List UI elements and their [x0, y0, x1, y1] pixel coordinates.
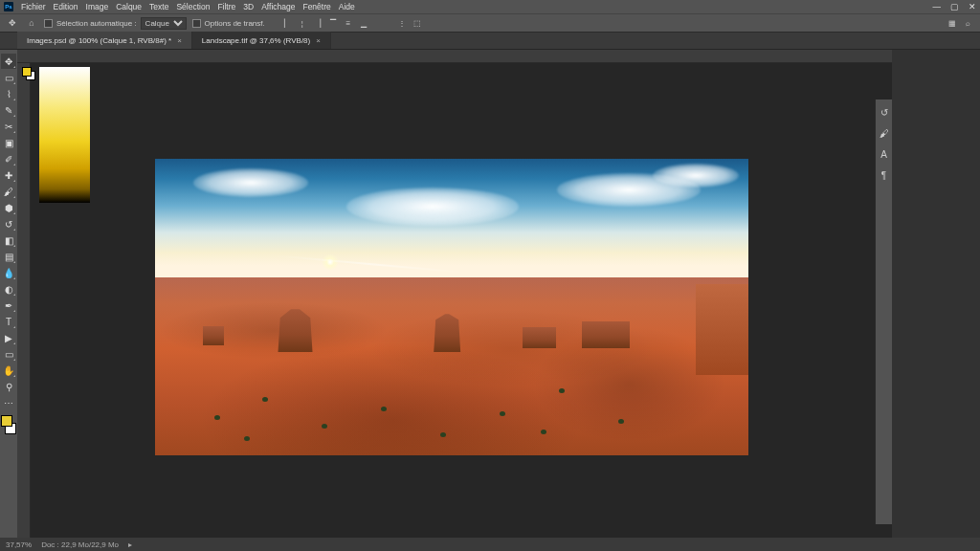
menu-window[interactable]: Fenêtre	[302, 2, 330, 11]
paragraph-panel-icon[interactable]: ¶	[878, 168, 891, 182]
color-swatches[interactable]	[1, 415, 16, 434]
panel-color-swatches[interactable]	[22, 67, 35, 80]
path-select-tool[interactable]: ▶	[1, 330, 16, 345]
tools-panel: ✥ ▭ ⌇ ✎ ✂ ▣ ✐ ✚ 🖌 ⬢ ↺ ◧ ▤ 💧 ◐ ✒ T ▶ ▭ ✋ …	[0, 50, 17, 538]
close-icon[interactable]: ✕	[969, 2, 976, 11]
align-top-icon[interactable]: ▔	[326, 16, 340, 30]
app-logo-icon: Ps	[4, 2, 13, 11]
menu-view[interactable]: Affichage	[261, 2, 295, 11]
pen-tool[interactable]: ✒	[1, 298, 16, 313]
lasso-tool[interactable]: ⌇	[1, 86, 16, 101]
menu-layer[interactable]: Calque	[116, 2, 142, 11]
align-bottom-icon[interactable]: ▁	[357, 16, 370, 30]
eraser-tool[interactable]: ◧	[1, 232, 16, 248]
transform-label: Options de transf.	[205, 19, 265, 28]
type-tool[interactable]: T	[1, 314, 16, 329]
distribute-icon[interactable]: ⋮	[395, 16, 409, 30]
close-tab-icon[interactable]: ×	[316, 36, 321, 45]
heal-tool[interactable]: ✚	[1, 167, 16, 183]
workspace: ✥ ▭ ⌇ ✎ ✂ ▣ ✐ ✚ 🖌 ⬢ ↺ ◧ ▤ 💧 ◐ ✒ T ▶ ▭ ✋ …	[0, 50, 980, 538]
history-panel-icon[interactable]: ↺	[878, 105, 891, 119]
doc-tab-1-label: Images.psd @ 100% (Calque 1, RVB/8#) *	[27, 36, 171, 45]
horizontal-ruler[interactable]	[17, 50, 892, 63]
zoom-level[interactable]: 37,57%	[6, 540, 32, 549]
align-middle-icon[interactable]: ≡	[342, 16, 355, 30]
move-tool-icon[interactable]: ✥	[6, 16, 19, 30]
3d-mode-icon[interactable]: ⬚	[411, 16, 424, 30]
marquee-tool[interactable]: ▭	[1, 70, 16, 85]
doc-size[interactable]: Doc : 22,9 Mo/22,9 Mo	[41, 540, 119, 549]
brush-tool[interactable]: 🖌	[1, 184, 16, 199]
canvas-viewport[interactable]	[31, 63, 892, 538]
menu-select[interactable]: Sélection	[176, 2, 210, 11]
edit-toolbar[interactable]: ⋯	[1, 395, 16, 410]
search-icon[interactable]: ⌕	[961, 16, 974, 30]
autoselect-label: Sélection automatique :	[56, 19, 137, 28]
arrange-icon[interactable]: ▦	[946, 16, 959, 30]
status-arrow-icon[interactable]: ▸	[128, 540, 132, 549]
status-bar: 37,57% Doc : 22,9 Mo/22,9 Mo ▸	[0, 538, 980, 551]
menu-file[interactable]: Fichier	[21, 2, 46, 11]
options-bar: ✥ ⌂ Sélection automatique : Calque Optio…	[0, 13, 980, 33]
frame-tool[interactable]: ▣	[1, 135, 16, 150]
stamp-tool[interactable]: ⬢	[1, 200, 16, 215]
move-tool[interactable]: ✥	[1, 54, 16, 69]
menu-text[interactable]: Texte	[149, 2, 168, 11]
eyedropper-tool[interactable]: ✐	[1, 151, 16, 166]
dodge-tool[interactable]: ◐	[1, 281, 16, 297]
collapsed-panel-dock: ↺ 🖌 A ¶	[875, 99, 892, 524]
character-panel-icon[interactable]: A	[878, 147, 891, 161]
doc-tab-1[interactable]: Images.psd @ 100% (Calque 1, RVB/8#) * ×	[17, 32, 192, 49]
autoselect-checkbox[interactable]	[44, 19, 53, 28]
blur-tool[interactable]: 💧	[1, 265, 16, 280]
align-right-icon[interactable]: ▕	[311, 16, 324, 30]
document-canvas[interactable]	[155, 159, 748, 455]
menu-filter[interactable]: Filtre	[217, 2, 235, 11]
close-tab-icon[interactable]: ×	[177, 36, 182, 45]
history-brush-tool[interactable]: ↺	[1, 216, 16, 231]
doc-tab-2[interactable]: Landscape.tif @ 37,6% (RVB/8) ×	[192, 32, 331, 49]
home-icon[interactable]: ⌂	[25, 16, 38, 30]
menu-3d[interactable]: 3D	[243, 2, 254, 11]
menu-image[interactable]: Image	[86, 2, 109, 11]
brushes-panel-icon[interactable]: 🖌	[878, 126, 891, 140]
zoom-tool[interactable]: ⚲	[1, 379, 16, 394]
menu-bar: Ps Fichier Edition Image Calque Texte Sé…	[0, 0, 980, 13]
document-tab-bar: Images.psd @ 100% (Calque 1, RVB/8#) * ×…	[0, 33, 980, 50]
menu-help[interactable]: Aide	[339, 2, 355, 11]
doc-tab-2-label: Landscape.tif @ 37,6% (RVB/8)	[202, 36, 310, 45]
crop-tool[interactable]: ✂	[1, 119, 16, 134]
shape-tool[interactable]: ▭	[1, 346, 16, 362]
menu-edit[interactable]: Edition	[54, 2, 78, 11]
foreground-color-swatch[interactable]	[1, 415, 12, 427]
minimize-icon[interactable]: —	[933, 2, 942, 11]
maximize-icon[interactable]: ▢	[950, 2, 959, 11]
vertical-ruler[interactable]	[17, 63, 31, 538]
hand-tool[interactable]: ✋	[1, 363, 16, 378]
align-left-icon[interactable]: ▏	[280, 16, 294, 30]
quick-select-tool[interactable]: ✎	[1, 102, 16, 118]
autoselect-dropdown[interactable]: Calque	[141, 17, 187, 30]
color-field[interactable]	[39, 67, 90, 203]
gradient-tool[interactable]: ▤	[1, 249, 16, 264]
align-center-h-icon[interactable]: ¦	[296, 16, 309, 30]
transform-checkbox[interactable]	[192, 19, 201, 28]
